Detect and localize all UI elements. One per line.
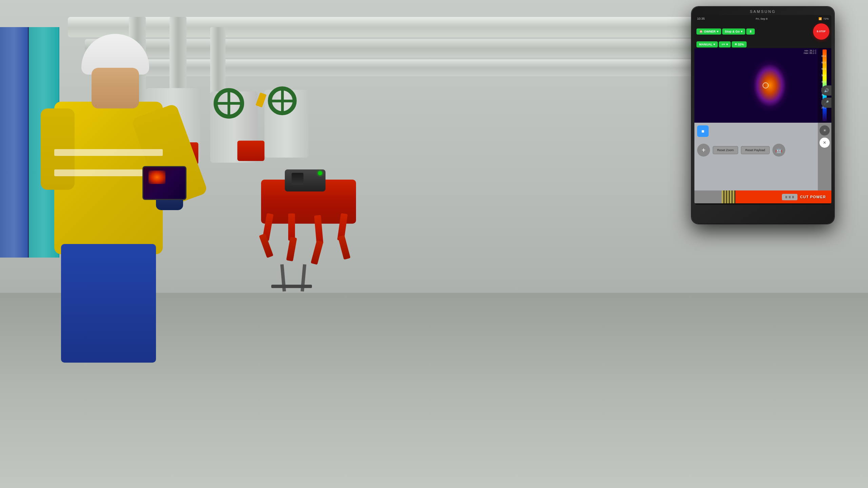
- reset-zoom-button[interactable]: Reset Zoom: [713, 146, 738, 154]
- sun-icon-button[interactable]: ☀: [820, 125, 830, 136]
- action-buttons-row: + Reset Zoom Reset Payload 🤖: [697, 144, 829, 157]
- speed-button[interactable]: ≡+ ▾: [719, 41, 731, 47]
- sound-button[interactable]: 🔊: [821, 85, 831, 96]
- close-icon-button[interactable]: ✕: [820, 138, 830, 148]
- control-bar-primary: 🏠 OWNER ▾ Stop & Go ▾ ⏸ E-STOP: [694, 22, 831, 41]
- thermal-crosshair: [763, 82, 769, 88]
- status-indicators: 📶 72%: [818, 17, 829, 20]
- speed-chevron-icon: ▾: [726, 43, 728, 46]
- status-bar: 10:35 Fri, Sep 8 📶 72%: [694, 15, 831, 22]
- side-controls-panel: ☀ ✕: [818, 123, 831, 190]
- temp-max-label: max:: [804, 52, 809, 54]
- pause-button[interactable]: ⏸: [746, 28, 755, 35]
- stop-go-button[interactable]: Stop & Go ▾: [722, 28, 745, 35]
- manual-button[interactable]: MANUAL ▾: [696, 41, 718, 47]
- estop-button[interactable]: E-STOP: [813, 23, 829, 40]
- owner-icon: 🏠: [699, 30, 703, 33]
- pause-icon: ⏸: [749, 30, 752, 33]
- tablet-outer-shell: SAMSUNG 10:35 Fri, Sep 8 📶 72% 🏠 OWNER ▾: [692, 7, 834, 224]
- owner-chevron-icon: ▾: [717, 30, 718, 33]
- tablet-screen: 10:35 Fri, Sep 8 📶 72% 🏠 OWNER ▾ Stop & …: [694, 15, 831, 205]
- pause-bottom-button[interactable]: ⏸⏸⏸: [782, 194, 797, 200]
- robot-dog: [237, 169, 380, 298]
- temp-min-label: min:: [804, 49, 809, 52]
- android-nav-bar: ◁ ○ □: [694, 203, 831, 205]
- mic-button[interactable]: 🎤: [821, 98, 831, 108]
- mode-icon: ■: [702, 128, 704, 134]
- manual-chevron-icon: ▾: [713, 43, 715, 46]
- cut-power-label: CUT POWER: [800, 195, 826, 199]
- owner-button[interactable]: 🏠 OWNER ▾: [696, 28, 721, 35]
- battery-level: 72%: [823, 17, 829, 20]
- bottom-power-bar: ⏸⏸⏸ CUT POWER: [694, 190, 831, 203]
- status-time: 10:35: [697, 17, 705, 20]
- stopgo-chevron-icon: ▾: [741, 30, 743, 33]
- add-button[interactable]: +: [697, 144, 710, 157]
- thermal-temp-info: min: 26.1 C max: 69.1 C: [804, 49, 816, 54]
- thermal-camera-view: min: 26.1 C max: 69.1 C 65.0 60.0: [694, 48, 831, 123]
- main-control-row: ■: [697, 125, 829, 137]
- reset-payload-button[interactable]: Reset Payload: [741, 146, 770, 154]
- tablet-device: SAMSUNG 10:35 Fri, Sep 8 📶 72% 🏠 OWNER ▾: [692, 7, 834, 224]
- brightness-button[interactable]: ☀ 32%: [732, 41, 747, 47]
- mode-square-button[interactable]: ■: [697, 125, 709, 137]
- control-bar-secondary: MANUAL ▾ ≡+ ▾ ☀ 32%: [694, 41, 831, 48]
- tablet-brand: SAMSUNG: [694, 9, 831, 14]
- brightness-icon: ☀: [734, 43, 737, 46]
- temp-max-value: 69.1 C: [809, 52, 816, 54]
- plus-icon: +: [702, 146, 706, 154]
- robot-mode-button[interactable]: 🤖: [772, 144, 785, 157]
- control-panel-area: ☀ ✕ ■ + Reset Zoom: [694, 123, 831, 190]
- status-date: Fri, Sep 8: [756, 17, 768, 20]
- robot-icon: 🤖: [775, 147, 782, 154]
- temp-min-value: 26.1 C: [809, 49, 816, 52]
